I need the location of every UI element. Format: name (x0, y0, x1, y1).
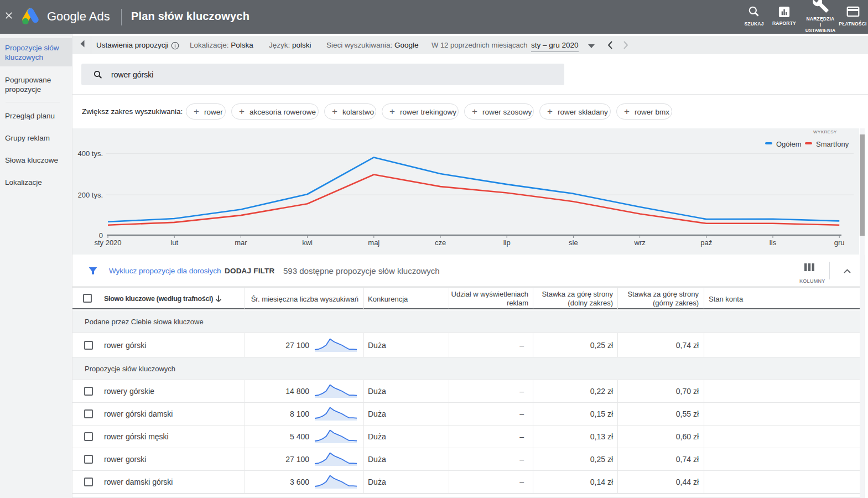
svg-text:paź: paź (700, 238, 712, 247)
svg-text:kwi: kwi (302, 238, 313, 247)
svg-text:sie: sie (569, 238, 578, 247)
svg-text:gru: gru (834, 238, 845, 247)
svg-text:lut: lut (170, 238, 178, 247)
svg-text:400 tys.: 400 tys. (77, 149, 103, 158)
svg-text:lip: lip (503, 238, 511, 247)
svg-text:cze: cze (435, 238, 446, 247)
svg-text:sty 2020: sty 2020 (94, 238, 121, 247)
svg-text:lis: lis (770, 238, 777, 247)
svg-text:wrz: wrz (633, 238, 645, 247)
svg-text:200 tys.: 200 tys. (77, 191, 103, 199)
svg-text:mar: mar (235, 238, 247, 247)
svg-text:maj: maj (368, 238, 380, 247)
